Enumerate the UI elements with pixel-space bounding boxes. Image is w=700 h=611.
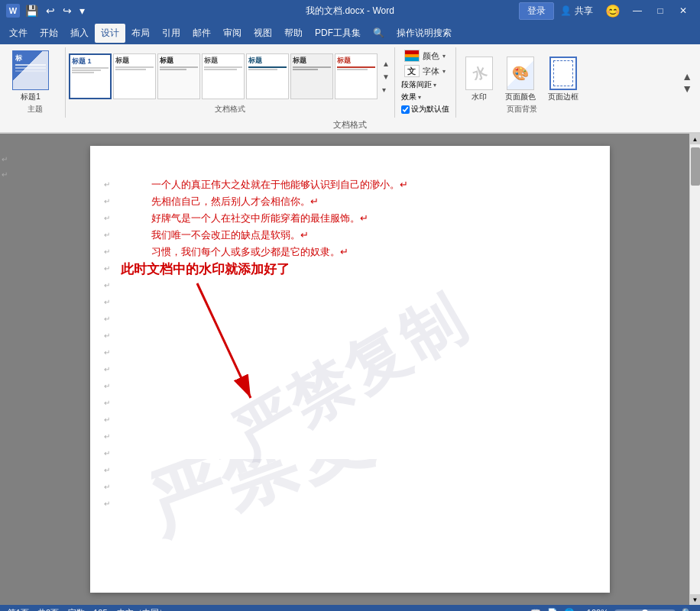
theme-scroll-down[interactable]: ▼ — [381, 71, 391, 82]
doc-style-5[interactable]: 标题 — [246, 53, 289, 99]
theme-section: 标 标题1 主题 — [5, 47, 66, 118]
title-bar: W 💾 ↩ ↪ ▾ 我的文档.docx - Word 登录 👤共享 😊 — □ … — [0, 0, 700, 21]
doc-style-1[interactable]: 标题 1 — [69, 53, 112, 99]
margin-mark: ↵ — [104, 227, 110, 244]
language-indicator: 中文（中国） — [117, 607, 167, 612]
margin-mark: ↵ — [104, 496, 110, 512]
annotation: 此时文档中的水印就添加好了 — [121, 260, 290, 278]
doc-line-2: 先相信自己，然后别人才会相信你。↵ — [151, 193, 564, 210]
menu-view[interactable]: 视图 — [248, 24, 278, 43]
close-button[interactable]: ✕ — [672, 0, 694, 21]
margin-mark: ↵ — [104, 395, 110, 412]
ruler-mark: ↵ — [2, 167, 8, 183]
doc-style-4[interactable]: 标题 — [202, 53, 245, 99]
annotation-arrow — [182, 276, 335, 428]
margin-mark: ↵ — [104, 260, 110, 277]
feedback-icon[interactable]: 😊 — [605, 4, 621, 18]
undo-quick-btn[interactable]: ↩ — [44, 5, 57, 17]
web-view-btn[interactable]: 🌐 — [564, 608, 575, 612]
margin-mark: ↵ — [104, 244, 110, 260]
colors-effects-section: 颜色 ▾ 文 字体 ▾ 段落间距 ▾ 效果 ▾ 设为默 — [395, 47, 456, 118]
zoom-in-btn[interactable]: 🔍 — [682, 608, 692, 612]
font-btn[interactable]: 文 字体 ▾ — [401, 64, 449, 78]
theme-scroll-more[interactable]: ▾ — [381, 84, 391, 95]
menu-action-search[interactable]: 操作说明搜索 — [391, 24, 697, 43]
minimize-button[interactable]: — — [627, 0, 648, 21]
margin-mark: ↵ — [104, 428, 110, 445]
redo-quick-btn[interactable]: ↪ — [60, 5, 74, 17]
ribbon-scroll-up-btn[interactable]: ▲ — [682, 70, 692, 82]
theme-button[interactable]: 标 标题1 — [9, 49, 52, 104]
doc-style-2[interactable]: 标题 — [113, 53, 156, 99]
menu-mail[interactable]: 邮件 — [186, 24, 217, 43]
vertical-scrollbar: ▲ ▼ — [689, 134, 700, 605]
maximize-button[interactable]: □ — [650, 0, 671, 21]
scrollbar-thumb[interactable] — [691, 147, 700, 186]
menu-insert[interactable]: 插入 — [64, 24, 95, 43]
page-background-section: 水 水印 🎨 页面颜色 页面边框 页面背景 — [456, 47, 588, 118]
read-view-btn[interactable]: 📖 — [530, 608, 541, 612]
menu-design[interactable]: 设计 — [95, 24, 125, 43]
menu-help[interactable]: 帮助 — [278, 24, 309, 43]
page-color-button[interactable]: 🎨 页面颜色 — [502, 55, 539, 104]
menu-pdf[interactable]: PDF工具集 — [309, 24, 367, 43]
status-left: 第1页，共2页 字数：105 中文（中国） — [8, 607, 167, 612]
theme-label: 标题1 — [21, 92, 41, 102]
watermark-label: 水印 — [472, 92, 487, 102]
save-quick-btn[interactable]: 💾 — [23, 5, 41, 17]
margin-mark: ↵ — [104, 311, 110, 328]
margin-mark: ↵ — [104, 344, 110, 361]
document-text: 一个人的真正伟大之处就在于他能够认识到自己的渺小。↵ 先相信自己，然后别人才会相… — [151, 176, 564, 260]
title-bar-left: W 💾 ↩ ↪ ▾ — [6, 4, 87, 18]
effects-btn[interactable]: 效果 ▾ — [401, 92, 449, 102]
status-bar: 第1页，共2页 字数：105 中文（中国） 📖 📄 🌐 100% 🔍 — [0, 605, 700, 611]
scrollbar-up-btn[interactable]: ▲ — [690, 134, 701, 144]
set-default-btn[interactable]: 设为默认值 — [401, 104, 449, 115]
theme-icon: 标 — [12, 50, 49, 90]
colors-dropdown-arrow: ▾ — [442, 53, 446, 60]
doc-line-5: 习惯，我们每个人或多或少都是它的奴隶。↵ — [151, 244, 564, 260]
more-quick-btn[interactable]: ▾ — [77, 5, 87, 17]
document-container: ↵ ↵ ↵ ↵ ↵ ↵ ↵ ↵ ↵ ↵ ↵ ↵ ↵ ↵ ↵ ↵ ↵ ↵ ↵ ↵ … — [0, 134, 700, 605]
doc-format-section: 标题 1 标题 标题 — [66, 47, 395, 118]
set-default-checkbox[interactable] — [401, 105, 410, 114]
zoom-level: 100% — [587, 608, 608, 611]
ribbon-scroll-right: ▲ ▼ — [679, 47, 695, 118]
doc-line-1: 一个人的真正伟大之处就在于他能够认识到自己的渺小。↵ — [151, 176, 564, 193]
menu-home[interactable]: 开始 — [34, 24, 64, 43]
colors-button[interactable]: 颜色 ▾ — [401, 49, 449, 63]
effects-arrow: ▾ — [418, 94, 421, 101]
page-border-button[interactable]: 页面边框 — [545, 55, 582, 104]
paragraph-spacing-btn[interactable]: 段落间距 ▾ — [401, 79, 449, 90]
margin-mark: ↵ — [104, 479, 110, 496]
menu-layout[interactable]: 布局 — [125, 24, 156, 43]
margin-mark: ↵ — [104, 378, 110, 395]
menu-review[interactable]: 审阅 — [217, 24, 248, 43]
doc-format-label: 文档格式 — [69, 104, 391, 116]
theme-btn-wrap: 标 标题1 — [9, 49, 60, 104]
margin-mark: ↵ — [104, 294, 110, 311]
ribbon-scroll-down-btn[interactable]: ▼ — [682, 82, 692, 95]
login-button[interactable]: 登录 — [519, 2, 554, 20]
watermark-button[interactable]: 水 水印 — [462, 55, 496, 104]
page-border-icon — [549, 57, 577, 90]
menu-file[interactable]: 文件 — [3, 24, 34, 43]
doc-style-6[interactable]: 标题 — [290, 53, 333, 99]
margin-mark: ↵ — [104, 210, 110, 227]
watermark-icon: 水 — [465, 57, 493, 90]
margin-marks: ↵ ↵ ↵ ↵ ↵ ↵ ↵ ↵ ↵ ↵ ↵ ↵ ↵ ↵ ↵ ↵ ↵ ↵ ↵ ↵ — [104, 176, 110, 512]
doc-style-7[interactable]: 标题 — [335, 53, 378, 99]
page-color-label: 页面颜色 — [505, 92, 536, 102]
window-controls: — □ ✕ — [627, 0, 694, 21]
menu-search-icon[interactable]: 🔍 — [367, 24, 391, 41]
page-view-btn[interactable]: 📄 — [547, 608, 558, 612]
doc-style-3[interactable]: 标题 — [157, 53, 200, 99]
theme-scroll-up[interactable]: ▲ — [381, 58, 391, 70]
share-button[interactable]: 👤共享 — [560, 5, 593, 18]
ribbon: 标 标题1 主题 标题 1 — [0, 44, 700, 134]
quick-access-toolbar: W 💾 ↩ ↪ ▾ — [6, 4, 87, 18]
menu-references[interactable]: 引用 — [156, 24, 186, 43]
watermark-bottom: 严禁复制 — [151, 459, 579, 562]
scrollbar-down-btn[interactable]: ▼ — [690, 594, 701, 605]
doc-line-3: 好牌气是一个人在社交中所能穿着的最佳服饰。↵ — [151, 210, 564, 227]
